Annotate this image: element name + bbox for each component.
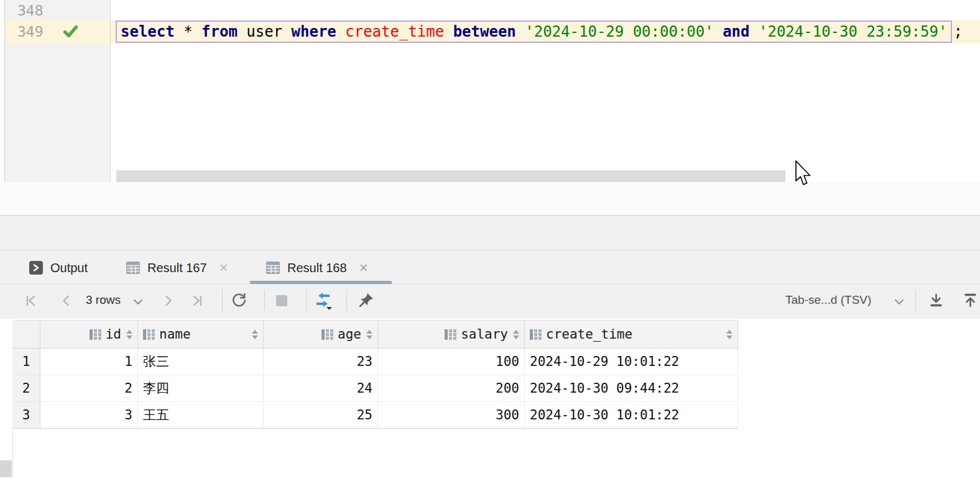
cell-salary[interactable]: 300 <box>378 402 525 429</box>
cell-age[interactable]: 23 <box>264 349 378 375</box>
tab-output[interactable]: Output <box>29 258 88 277</box>
cell-age[interactable]: 25 <box>264 402 378 429</box>
sql-token-string: '2024-10-29 00:00:00' <box>525 22 713 42</box>
sql-token-keyword: between <box>453 22 516 42</box>
grid-data-row: 11张三231002024-10-29 10:01:22 <box>12 349 738 375</box>
export-format-dropdown[interactable]: Tab-se...d (TSV) <box>785 293 871 307</box>
line-number-349: 349 <box>17 23 44 40</box>
grid-data-row: 22李四242002024-10-30 09:44:22 <box>12 375 738 402</box>
column-header-id[interactable]: id <box>40 321 138 349</box>
last-page-icon[interactable] <box>190 294 203 308</box>
toolbar-separator <box>346 290 347 311</box>
sort-toggle-icon[interactable] <box>726 330 733 339</box>
column-header-age[interactable]: age <box>264 321 378 349</box>
line-number-348: 348 <box>17 2 44 19</box>
chevron-down-icon[interactable] <box>894 299 904 305</box>
cell-age[interactable]: 24 <box>264 375 378 402</box>
tab-result-167[interactable]: Result 167 × <box>126 258 228 277</box>
column-icon <box>321 329 333 340</box>
toolbar-separator <box>264 290 265 311</box>
sort-toggle-icon[interactable] <box>366 330 372 339</box>
column-header-create_time[interactable]: create_time <box>525 321 738 349</box>
sql-token-plain: * <box>175 22 201 42</box>
column-icon <box>90 329 101 340</box>
toolbar-separator <box>222 290 223 311</box>
gutter-divider <box>110 0 111 182</box>
executed-statement-selection: select * from user where create_time bet… <box>116 21 952 43</box>
column-name: id <box>106 327 121 342</box>
grid-corner-cell[interactable] <box>12 321 40 349</box>
cell-create_time[interactable]: 2024-10-29 10:01:22 <box>525 349 738 375</box>
grid-left-rail <box>12 429 13 477</box>
sql-token-keyword: and <box>723 22 749 42</box>
export-format-label: Tab-se...d (TSV) <box>785 293 871 306</box>
vertical-scrollbar-thumb[interactable] <box>0 460 12 477</box>
rows-count-label: 3 rows <box>86 293 121 306</box>
first-page-icon[interactable] <box>25 294 39 308</box>
mouse-cursor <box>795 160 811 186</box>
result-grid-icon <box>266 262 280 274</box>
tab-output-label: Output <box>50 261 88 275</box>
row-number[interactable]: 3 <box>12 402 40 429</box>
panel-splitter[interactable] <box>0 216 980 250</box>
row-number[interactable]: 2 <box>12 375 40 402</box>
reload-query-icon[interactable] <box>231 292 247 309</box>
sql-token-keyword: from <box>201 22 238 42</box>
sql-token-column: create_time <box>345 22 444 42</box>
output-console-icon <box>29 261 43 275</box>
close-tab-icon[interactable]: × <box>220 262 228 274</box>
import-upload-icon[interactable] <box>962 293 979 308</box>
grid-header-row: idnameagesalarycreate_time <box>12 321 738 349</box>
sql-token-plain: user <box>238 22 292 42</box>
cell-name[interactable]: 王五 <box>138 402 264 429</box>
tab-result-167-label: Result 167 <box>147 261 207 275</box>
toolbar-separator <box>306 290 307 311</box>
column-name: name <box>159 327 191 342</box>
sql-statement-line[interactable]: select * from user where create_time bet… <box>116 21 963 43</box>
result-data-grid: idnameagesalarycreate_time11张三231002024-… <box>12 320 738 429</box>
pin-tab-icon[interactable] <box>358 292 374 308</box>
statement-terminator: ; <box>953 23 962 40</box>
cell-name[interactable]: 张三 <box>138 349 264 375</box>
cell-id[interactable]: 1 <box>40 349 138 375</box>
column-icon <box>445 329 456 340</box>
sql-token-keyword: select <box>121 22 175 42</box>
tab-result-168-label: Result 168 <box>287 261 347 275</box>
cell-id[interactable]: 3 <box>40 402 138 429</box>
rows-count-dropdown[interactable]: 3 rows <box>86 293 121 307</box>
column-header-name[interactable]: name <box>138 321 264 349</box>
column-icon <box>530 329 542 340</box>
sql-editor[interactable]: 348 349 select * from user where create_… <box>0 0 980 182</box>
next-page-icon[interactable] <box>161 294 175 308</box>
sort-toggle-icon[interactable] <box>252 330 258 339</box>
column-header-salary[interactable]: salary <box>378 321 525 349</box>
sort-toggle-icon[interactable] <box>126 330 132 339</box>
sql-token-plain <box>516 22 525 42</box>
sql-token-keyword: where <box>292 22 336 42</box>
column-icon <box>143 329 155 340</box>
statement-success-checkmark-icon <box>63 25 78 38</box>
cell-create_time[interactable]: 2024-10-30 09:44:22 <box>525 375 738 402</box>
cell-salary[interactable]: 100 <box>378 349 525 375</box>
row-number[interactable]: 1 <box>12 349 40 375</box>
compare-data-icon[interactable] <box>313 291 333 310</box>
column-name: create_time <box>546 327 632 342</box>
close-tab-icon[interactable]: × <box>359 262 368 274</box>
cell-id[interactable]: 2 <box>40 375 138 402</box>
cell-name[interactable]: 李四 <box>138 375 264 402</box>
cell-create_time[interactable]: 2024-10-30 10:01:22 <box>525 402 738 429</box>
ide-window: 348 349 select * from user where create_… <box>0 0 980 479</box>
column-name: age <box>338 327 361 342</box>
chevron-down-icon[interactable] <box>133 299 143 305</box>
tab-result-168-active[interactable]: Result 168 × <box>266 258 368 277</box>
cell-salary[interactable]: 200 <box>378 375 525 402</box>
sql-token-plain <box>750 22 759 42</box>
previous-page-icon[interactable] <box>60 294 73 308</box>
sql-token-string: '2024-10-30 23:59:59' <box>759 22 947 42</box>
export-download-icon[interactable] <box>928 293 945 308</box>
editor-horizontal-scrollbar[interactable] <box>116 170 785 182</box>
grid-data-row: 33王五253002024-10-30 10:01:22 <box>12 402 738 429</box>
stop-query-icon <box>276 295 287 306</box>
sort-toggle-icon[interactable] <box>513 330 519 339</box>
result-grid-icon <box>126 262 140 274</box>
